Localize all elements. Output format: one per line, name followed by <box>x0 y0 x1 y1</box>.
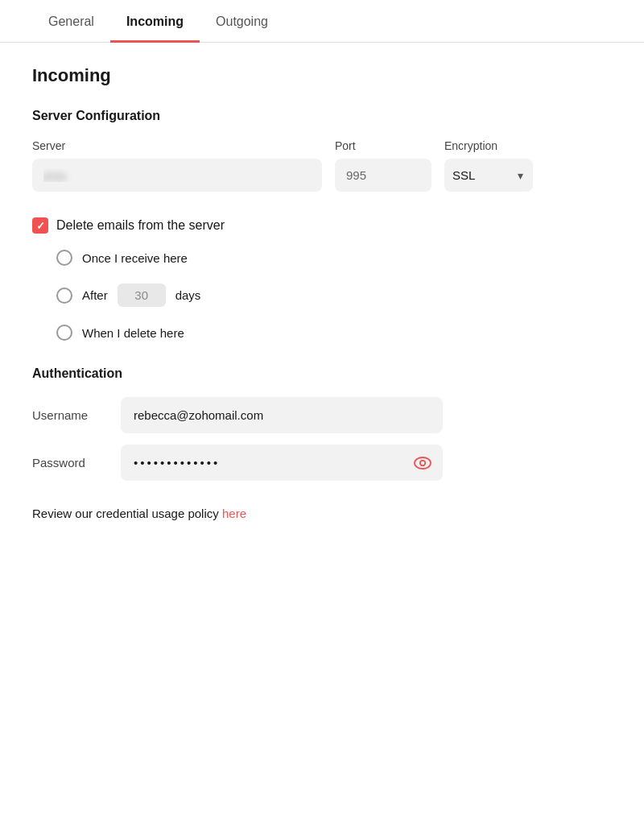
tabs-bar: General Incoming Outgoing <box>0 0 644 43</box>
password-label: Password <box>32 456 121 470</box>
radio-once[interactable] <box>56 250 72 266</box>
radio-when-label: When I delete here <box>82 326 184 340</box>
checkmark-icon: ✓ <box>36 220 45 232</box>
radio-when[interactable] <box>56 325 72 341</box>
tab-general[interactable]: General <box>32 0 110 43</box>
tab-outgoing[interactable]: Outgoing <box>200 0 284 43</box>
encryption-dropdown-wrapper: SSL TLS None <box>444 159 533 192</box>
days-input[interactable] <box>118 283 166 307</box>
encryption-select-wrapper: SSL TLS None <box>444 159 533 192</box>
port-input[interactable] <box>335 159 431 192</box>
days-suffix-label: days <box>175 288 201 302</box>
delete-emails-section: ✓ Delete emails from the server Once I r… <box>32 217 612 341</box>
server-config-heading: Server Configuration <box>32 109 612 123</box>
radio-after[interactable] <box>56 288 72 304</box>
page-title: Incoming <box>32 65 612 86</box>
delete-emails-checkbox[interactable]: ✓ <box>32 217 48 234</box>
delete-emails-label: Delete emails from the server <box>56 218 225 233</box>
radio-after-row: After days <box>56 283 612 307</box>
radio-once-label: Once I receive here <box>82 251 188 265</box>
delete-emails-checkbox-row: ✓ Delete emails from the server <box>32 217 612 234</box>
svg-point-1 <box>420 460 425 465</box>
encryption-col-label: Encryption <box>444 139 533 152</box>
radio-options: Once I receive here After days When I de… <box>32 250 612 341</box>
password-row: Password <box>32 445 612 481</box>
tab-incoming[interactable]: Incoming <box>110 0 200 43</box>
toggle-password-icon[interactable] <box>414 457 431 470</box>
main-content: Incoming Server Configuration Server Por… <box>0 43 644 552</box>
credential-policy-text: Review our credential usage policy here <box>32 507 612 520</box>
server-config-labels: Server Port Encryption <box>32 139 612 152</box>
server-input-wrapper <box>32 159 322 192</box>
auth-heading: Authentication <box>32 366 612 381</box>
radio-after-label: After <box>82 288 108 302</box>
password-input-wrapper <box>121 445 443 481</box>
svg-point-0 <box>415 457 431 469</box>
radio-once-row: Once I receive here <box>56 250 612 266</box>
credential-policy-link[interactable]: here <box>222 507 246 520</box>
username-row: Username <box>32 397 612 433</box>
username-input[interactable] <box>121 397 443 433</box>
encryption-select[interactable]: SSL TLS None <box>444 159 533 192</box>
password-input[interactable] <box>121 445 443 481</box>
server-config-inputs: SSL TLS None <box>32 159 612 192</box>
authentication-section: Authentication Username Password <box>32 366 612 481</box>
credential-policy-label: Review our credential usage policy <box>32 507 219 520</box>
server-input[interactable] <box>32 159 322 192</box>
port-col-label: Port <box>335 139 431 152</box>
server-col-label: Server <box>32 139 322 152</box>
port-input-wrapper <box>335 159 431 192</box>
radio-when-row: When I delete here <box>56 325 612 341</box>
username-label: Username <box>32 408 121 422</box>
